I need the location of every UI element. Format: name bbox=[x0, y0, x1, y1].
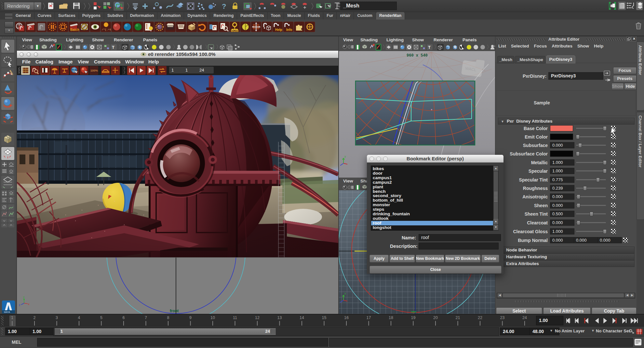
svg-text:23: 23 bbox=[500, 315, 505, 320]
svg-text:/*[.=1]: /*[.=1] bbox=[102, 28, 113, 31]
svg-text:20: 20 bbox=[433, 315, 438, 320]
svg-text:100%: 100% bbox=[90, 69, 98, 72]
svg-text:1: 1 bbox=[11, 315, 13, 320]
svg-text:21: 21 bbox=[456, 315, 460, 320]
svg-text:front: front bbox=[170, 309, 179, 313]
svg-text:960 x 540: 960 x 540 bbox=[407, 53, 428, 58]
svg-text:?: ? bbox=[222, 2, 226, 10]
svg-text:17: 17 bbox=[367, 315, 371, 320]
svg-text:14: 14 bbox=[300, 315, 304, 320]
svg-text:3: 3 bbox=[56, 315, 58, 320]
svg-text:5: 5 bbox=[100, 315, 102, 320]
svg-text:2: 2 bbox=[34, 315, 36, 320]
svg-text:10: 10 bbox=[210, 315, 215, 320]
svg-text:y: y bbox=[344, 155, 346, 158]
svg-text:9: 9 bbox=[189, 315, 192, 320]
svg-text:Help: Help bbox=[275, 28, 282, 32]
svg-text:13: 13 bbox=[277, 315, 282, 320]
svg-text:Batch: Batch bbox=[70, 28, 79, 32]
svg-text:11: 11 bbox=[233, 315, 237, 320]
svg-text:19: 19 bbox=[411, 315, 416, 320]
svg-text:22: 22 bbox=[478, 315, 482, 320]
svg-text:16: 16 bbox=[344, 315, 349, 320]
svg-text:15: 15 bbox=[322, 315, 327, 320]
svg-text:MAYA: MAYA bbox=[4, 311, 10, 313]
svg-text:6: 6 bbox=[123, 315, 125, 320]
svg-text:x: x bbox=[28, 302, 30, 306]
svg-text:4: 4 bbox=[78, 315, 80, 320]
svg-text:y: y bbox=[23, 295, 25, 299]
svg-text:Info: Info bbox=[286, 28, 292, 32]
svg-text:7: 7 bbox=[145, 315, 147, 320]
svg-text:T: T bbox=[112, 45, 114, 50]
svg-text:y: y bbox=[344, 292, 346, 295]
svg-text:24: 24 bbox=[522, 315, 527, 320]
svg-text:12: 12 bbox=[255, 315, 260, 320]
svg-text:8: 8 bbox=[167, 315, 169, 320]
svg-text:18: 18 bbox=[389, 315, 393, 320]
svg-text:z: z bbox=[19, 303, 20, 307]
svg-text:T: T bbox=[428, 45, 431, 50]
